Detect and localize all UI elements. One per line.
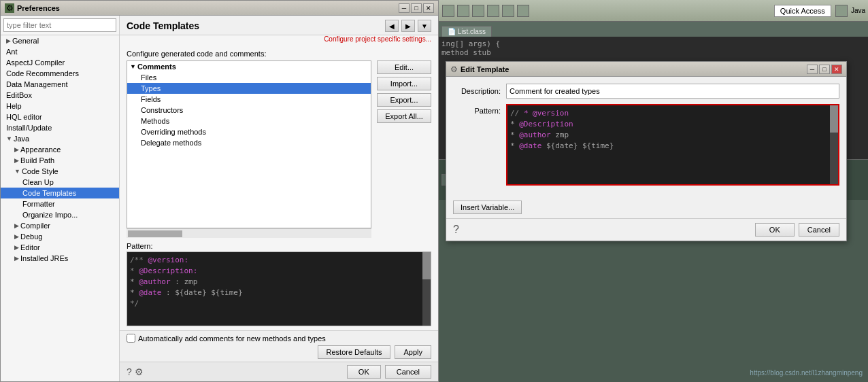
- import-button[interactable]: Import...: [377, 77, 431, 90]
- code-line-4: * @date : ${date} ${time}: [130, 288, 428, 298]
- template-types[interactable]: Types: [127, 83, 371, 94]
- export-button[interactable]: Export...: [377, 93, 431, 107]
- nav-back-button[interactable]: ◀: [385, 20, 399, 32]
- editor-arrow: ▶: [14, 244, 19, 251]
- help-icon[interactable]: ?: [127, 366, 132, 377]
- preferences-window-icon: ⚙: [5, 3, 14, 13]
- apply-button[interactable]: Apply: [395, 345, 431, 359]
- toolbar-icon-3[interactable]: [472, 5, 484, 17]
- sidebar-item-general[interactable]: ▶ General: [1, 35, 119, 46]
- template-action-buttons: Edit... Import... Export... Export All..…: [377, 60, 431, 238]
- sidebar-item-hql[interactable]: HQL editor: [1, 111, 119, 122]
- sidebar-item-buildpath[interactable]: ▶ Build Path: [1, 155, 119, 166]
- edit-ok-button[interactable]: OK: [755, 223, 795, 237]
- cancel-button[interactable]: Cancel: [385, 365, 431, 379]
- sidebar-item-datamgmt[interactable]: Data Management: [1, 79, 119, 90]
- restore-defaults-button[interactable]: Restore Defaults: [318, 345, 391, 359]
- sidebar-item-codestyle[interactable]: ▼ Code Style: [1, 166, 119, 177]
- insert-variable-button[interactable]: Insert Variable...: [453, 201, 522, 214]
- toolbar-icon-java[interactable]: [835, 5, 848, 17]
- template-split-area: ▼ Comments Files Types: [127, 60, 431, 238]
- window-controls: ─ □ ✕: [399, 3, 434, 13]
- sidebar-item-install[interactable]: Install/Update: [1, 122, 119, 133]
- code-line-1: /** @version:: [130, 255, 428, 266]
- edit-cancel-button[interactable]: Cancel: [799, 223, 839, 237]
- template-comments[interactable]: ▼ Comments: [127, 61, 371, 72]
- sidebar-item-compiler[interactable]: ▶ Compiler: [1, 220, 119, 231]
- edit-template-dialog: ⚙ Edit Template ─ □ ✕ Description: Patte…: [446, 61, 847, 241]
- code-line-stub: method stub: [441, 48, 491, 57]
- template-comments-label: Comments: [137, 63, 176, 71]
- edit-template-window-controls: ─ □ ✕: [807, 65, 842, 74]
- sidebar-item-coderec[interactable]: Code Recommenders: [1, 68, 119, 79]
- template-files[interactable]: Files: [127, 72, 371, 83]
- edit-maximize-button[interactable]: □: [819, 65, 830, 74]
- description-input[interactable]: [506, 84, 839, 99]
- sidebar-item-appearance[interactable]: ▶ Appearance: [1, 144, 119, 155]
- template-constructors[interactable]: Constructors: [127, 105, 371, 116]
- edit-code-line-3: * @author zmp: [510, 130, 835, 141]
- preferences-main: Code Templates ◀ ▶ ▼ Configure project s…: [120, 16, 438, 381]
- quick-access-input[interactable]: Quick Access: [774, 5, 831, 17]
- sidebar-item-codetemplates[interactable]: Code Templates: [1, 188, 119, 198]
- edit-code-line-1: // * @version: [510, 108, 835, 119]
- template-methods-label: Methods: [141, 117, 169, 125]
- filter-input[interactable]: [3, 18, 116, 32]
- template-fields-label: Fields: [141, 95, 161, 103]
- pattern-label: Pattern:: [127, 242, 431, 250]
- sidebar-item-aspectj[interactable]: AspectJ Compiler: [1, 57, 119, 68]
- toolbar-icon-2[interactable]: [457, 5, 469, 17]
- sidebar-item-debug[interactable]: ▶ Debug: [1, 231, 119, 242]
- edit-close-button[interactable]: ✕: [831, 65, 842, 74]
- sidebar-item-ant[interactable]: Ant: [1, 46, 119, 57]
- toolbar-icon-6[interactable]: [517, 5, 529, 17]
- content-description: Configure generated code and comments:: [127, 50, 431, 58]
- auto-add-checkbox[interactable]: [127, 334, 135, 343]
- pattern-row-label: Pattern:: [453, 104, 501, 115]
- sidebar-item-installedjres[interactable]: ▶ Installed JREs: [1, 253, 119, 264]
- tree-scrollbar-h[interactable]: [127, 228, 371, 238]
- pattern-editor[interactable]: // * @version * @Description * @author z…: [506, 104, 839, 186]
- sidebar-item-editbox[interactable]: EditBox: [1, 90, 119, 101]
- sidebar-item-java[interactable]: ▼ Java: [1, 133, 119, 144]
- code-line-args: ing[] args) {: [441, 39, 500, 48]
- code-scrollbar[interactable]: [422, 252, 431, 326]
- maximize-button[interactable]: □: [411, 3, 422, 13]
- sidebar-item-organizeimports[interactable]: Organize Impo...: [1, 209, 119, 220]
- ok-button[interactable]: OK: [347, 365, 381, 379]
- edit-code-line-2: * @Description: [510, 119, 835, 130]
- edit-pattern-scrollbar[interactable]: [830, 105, 838, 184]
- minimize-button[interactable]: ─: [399, 3, 410, 13]
- configure-link[interactable]: Configure project specific settings...: [120, 35, 438, 46]
- edit-button[interactable]: Edit...: [377, 60, 431, 74]
- sidebar-item-formatter[interactable]: Formatter: [1, 198, 119, 209]
- list-class-tab[interactable]: 📄 List.class: [441, 26, 492, 37]
- template-fields[interactable]: Fields: [127, 94, 371, 105]
- toolbar-icon-5[interactable]: [502, 5, 514, 17]
- description-label: Description:: [453, 87, 501, 95]
- edit-template-body: Description: Pattern: // * @version * @D…: [446, 77, 846, 198]
- appearance-arrow: ▶: [14, 146, 19, 153]
- template-delegate[interactable]: Delegate methods: [127, 137, 371, 148]
- preferences-window: ⚙ Preferences ─ □ ✕ ▶ General Ant: [0, 0, 439, 382]
- sidebar-item-cleanup[interactable]: Clean Up: [1, 177, 119, 188]
- auto-add-row: Automatically add comments for new metho…: [127, 334, 431, 343]
- nav-forward-button[interactable]: ▶: [401, 20, 415, 32]
- template-types-label: Types: [141, 84, 161, 92]
- template-methods[interactable]: Methods: [127, 116, 371, 126]
- template-overriding[interactable]: Overriding methods: [127, 126, 371, 137]
- export-all-button[interactable]: Export All...: [377, 109, 431, 123]
- codestyle-arrow: ▼: [14, 168, 20, 175]
- edit-minimize-button[interactable]: ─: [807, 65, 818, 74]
- compiler-arrow: ▶: [14, 222, 19, 229]
- sidebar-item-help[interactable]: Help: [1, 101, 119, 111]
- sidebar-item-editor[interactable]: ▶ Editor: [1, 242, 119, 253]
- settings-icon[interactable]: ⚙: [135, 366, 144, 377]
- toolbar-icon-4[interactable]: [487, 5, 499, 17]
- template-constructors-label: Constructors: [141, 106, 183, 114]
- toolbar-icon-1[interactable]: [442, 5, 454, 17]
- close-button[interactable]: ✕: [423, 3, 434, 13]
- edit-footer-buttons: OK Cancel: [755, 223, 839, 237]
- nav-menu-button[interactable]: ▼: [418, 20, 431, 32]
- sidebar-tree: ▶ General Ant AspectJ Compiler Code Reco…: [1, 35, 119, 381]
